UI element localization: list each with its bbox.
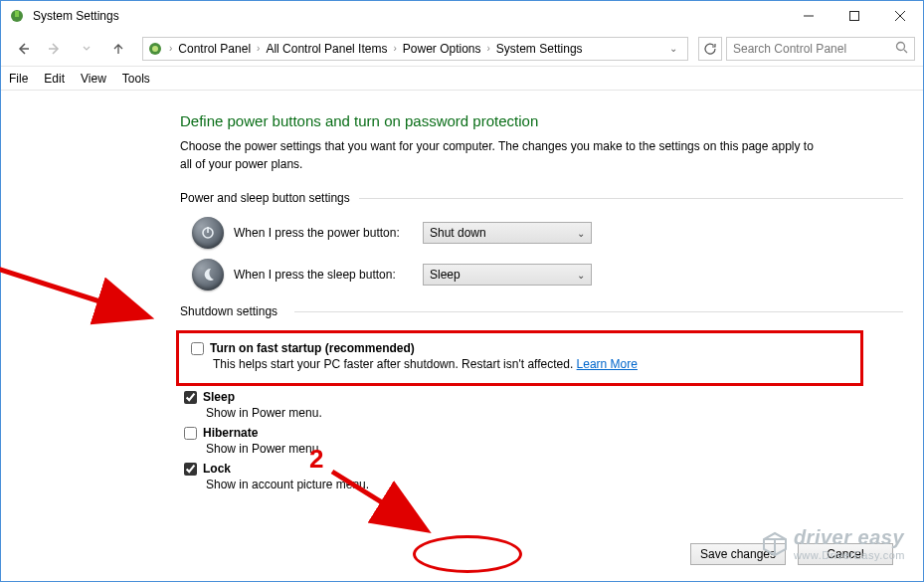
breadcrumb[interactable]: › Control Panel › All Control Panel Item… bbox=[142, 37, 688, 61]
svg-line-17 bbox=[332, 472, 419, 525]
fast-startup-label: Turn on fast startup (recommended) bbox=[210, 341, 415, 355]
lock-checkbox[interactable] bbox=[184, 463, 197, 476]
svg-rect-3 bbox=[850, 12, 859, 21]
nav-forward-button[interactable] bbox=[41, 35, 69, 63]
annotation-number-2: 2 bbox=[309, 444, 323, 475]
group-power-sleep-title: Power and sleep button settings bbox=[180, 191, 903, 205]
hibernate-checkbox[interactable] bbox=[184, 427, 197, 440]
chevron-right-icon: › bbox=[255, 43, 262, 54]
hibernate-checkbox-label: Hibernate bbox=[203, 426, 258, 440]
menu-edit[interactable]: Edit bbox=[44, 72, 65, 86]
menu-tools[interactable]: Tools bbox=[122, 72, 150, 86]
window-title: System Settings bbox=[33, 9, 786, 23]
chevron-right-icon: › bbox=[391, 43, 398, 54]
search-icon bbox=[895, 41, 908, 57]
dropdown-value: Sleep bbox=[430, 268, 461, 282]
page-description: Choose the power settings that you want … bbox=[180, 137, 817, 173]
menubar: File Edit View Tools bbox=[1, 67, 923, 91]
breadcrumb-item[interactable]: All Control Panel Items bbox=[262, 42, 391, 56]
svg-line-11 bbox=[904, 50, 907, 53]
maximize-button[interactable] bbox=[832, 1, 877, 31]
fast-startup-checkbox[interactable] bbox=[191, 342, 204, 355]
power-icon bbox=[192, 217, 224, 249]
refresh-button[interactable] bbox=[698, 37, 722, 61]
chevron-down-icon: ⌄ bbox=[577, 228, 585, 239]
page-heading: Define power buttons and turn on passwor… bbox=[180, 112, 903, 129]
nav-history-chevron[interactable] bbox=[73, 35, 100, 63]
dropdown-value: Shut down bbox=[430, 226, 486, 240]
svg-point-9 bbox=[152, 46, 158, 52]
breadcrumb-item[interactable]: Control Panel bbox=[174, 42, 255, 56]
save-changes-button[interactable]: Save changes bbox=[690, 543, 786, 565]
sleep-checkbox-description: Show in Power menu. bbox=[206, 406, 903, 420]
svg-rect-1 bbox=[15, 11, 19, 17]
chevron-down-icon: ⌄ bbox=[577, 270, 585, 281]
group-shutdown-title: Shutdown settings bbox=[180, 304, 903, 318]
fast-startup-description: This helps start your PC faster after sh… bbox=[213, 357, 577, 371]
menu-view[interactable]: View bbox=[81, 72, 106, 86]
breadcrumb-item[interactable]: Power Options bbox=[399, 42, 485, 56]
app-icon bbox=[9, 8, 25, 24]
learn-more-link[interactable]: Learn More bbox=[577, 357, 638, 371]
svg-line-15 bbox=[0, 232, 140, 314]
close-button[interactable] bbox=[877, 1, 923, 31]
sleep-icon bbox=[192, 259, 224, 291]
chevron-down-icon[interactable]: ⌄ bbox=[663, 43, 683, 54]
search-placeholder: Search Control Panel bbox=[733, 42, 846, 56]
nav-up-button[interactable] bbox=[104, 35, 132, 63]
annotation-arrow-1 bbox=[0, 220, 160, 339]
chevron-right-icon: › bbox=[485, 43, 492, 54]
sleep-button-label: When I press the sleep button: bbox=[234, 268, 413, 282]
minimize-button[interactable] bbox=[786, 1, 832, 31]
sleep-checkbox-label: Sleep bbox=[203, 390, 235, 404]
sleep-button-dropdown[interactable]: Sleep ⌄ bbox=[423, 264, 592, 286]
annotation-highlight-box: Turn on fast startup (recommended) This … bbox=[176, 330, 863, 386]
search-input[interactable]: Search Control Panel bbox=[726, 37, 915, 61]
power-button-dropdown[interactable]: Shut down ⌄ bbox=[423, 222, 592, 244]
lock-checkbox-label: Lock bbox=[203, 462, 231, 476]
chevron-right-icon: › bbox=[167, 43, 174, 54]
breadcrumb-item[interactable]: System Settings bbox=[492, 42, 587, 56]
annotation-arrow-2 bbox=[324, 464, 444, 543]
nav-back-button[interactable] bbox=[9, 35, 37, 63]
lock-checkbox-description: Show in account picture menu. bbox=[206, 478, 903, 491]
annotation-circle bbox=[413, 535, 522, 573]
breadcrumb-icon bbox=[147, 41, 163, 57]
svg-point-10 bbox=[897, 42, 905, 50]
menu-file[interactable]: File bbox=[9, 72, 28, 86]
cancel-button[interactable]: Cancel bbox=[798, 543, 893, 565]
power-button-label: When I press the power button: bbox=[234, 226, 413, 240]
sleep-checkbox[interactable] bbox=[184, 391, 197, 404]
